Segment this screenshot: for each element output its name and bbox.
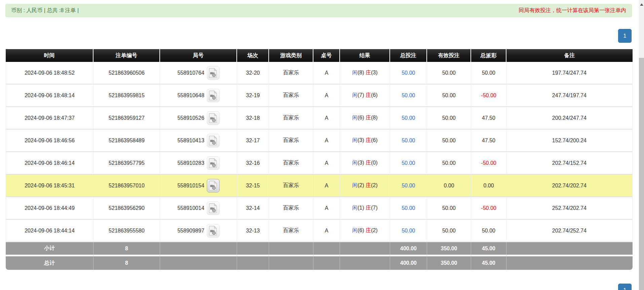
bet-id-cell: 521863957795 [93,152,160,175]
video-file-icon [209,158,217,168]
total-bet-cell: 50.00 [390,220,427,242]
result-banker-points: (2) [371,227,378,233]
table-row: 2024-09-06 18:48:14 521863959815 5589106… [6,84,633,107]
scrollbar-up-button[interactable] [639,0,644,9]
result-cell: 闲(3) 庄(0) [340,152,390,175]
result-banker-label: 庄 [366,92,371,98]
subtotal-valid-bet: 350.00 [427,242,471,255]
remark-cell: 202.74/202.74 [506,175,633,197]
remark-cell: 152.74/200.24 [506,130,633,152]
result-banker-points: (8) [371,115,378,120]
result-banker-label: 庄 [366,160,371,166]
table-no-cell: A [313,152,340,175]
round-cell: 558909897 [160,220,237,242]
column-header-remark: 备注 [506,49,633,62]
payout-cell: 50.00 [471,220,506,242]
total-bet-cell: 50.00 [390,130,427,152]
round-number: 558910764 [177,70,204,76]
table-row: 2024-09-06 18:46:14 521863957795 5589102… [6,152,633,175]
table-row: 2024-09-06 18:44:49 521863956290 5589100… [6,197,633,220]
round-number: 558910526 [177,115,204,121]
pagination-page-1-bottom[interactable]: 1 [618,284,632,290]
column-header-valid-bet: 有效投注 [427,49,471,62]
grand-total-count: 8 [93,255,160,270]
result-player-points: (8) [357,70,366,75]
round-cell: 558910648 [160,84,237,107]
top-status-bar: 币别 : 人民币 | 总共 :8 注单 | 同局有效投注，统一计算在该局第一张注… [5,4,632,17]
subtotal-payout: 45.00 [471,242,506,255]
video-replay-button[interactable] [207,156,220,170]
bet-id-cell: 521863959127 [93,107,160,130]
payout-cell: 47.50 [471,130,506,152]
video-replay-button[interactable] [207,224,220,238]
session-cell: 32-17 [237,130,269,152]
video-replay-button[interactable] [207,66,220,80]
session-cell: 32-18 [237,107,269,130]
column-header-time: 时间 [6,49,93,62]
round-number: 558910413 [177,138,204,144]
column-header-result: 结果 [340,49,390,62]
table-header-row: 时间 注单编号 局号 场次 游戏类别 桌号 结果 总投注 有效投注 总派彩 备注 [6,49,633,62]
bet-id-cell: 521863957010 [93,175,160,197]
result-banker-label: 庄 [366,70,371,75]
currency-summary-text: 币别 : 人民币 | 总共 :8 注单 | [11,7,79,14]
total-bet-link[interactable]: 50.00 [402,183,415,188]
table-row: 2024-09-06 18:46:56 521863958489 5589104… [6,130,633,152]
round-cell: 558910526 [160,107,237,130]
subtotal-count: 8 [93,242,160,255]
valid-bet-cell: 50.00 [427,62,471,84]
round-cell: 558910764 [160,62,237,84]
game-type-cell: 百家乐 [269,130,313,152]
result-player-label: 闲 [352,160,357,166]
time-cell: 2024-09-06 18:46:56 [6,130,93,152]
page-scrollbar[interactable] [639,0,644,290]
valid-bet-cell: 50.00 [427,107,471,130]
round-cell: 558910154 [160,175,237,197]
total-bet-link[interactable]: 50.00 [402,205,415,211]
total-bet-link[interactable]: 50.00 [402,115,415,121]
time-cell: 2024-09-06 18:48:14 [6,84,93,107]
column-header-session: 场次 [237,49,269,62]
video-replay-button[interactable] [207,202,220,215]
column-header-bet-id: 注单编号 [93,49,160,62]
total-bet-cell: 50.00 [390,197,427,220]
table-no-cell: A [313,84,340,107]
result-cell: 闲(6) 庄(2) [340,220,390,242]
payout-cell: 47.50 [471,107,506,130]
up-arrow-icon [640,3,643,6]
round-number: 558910283 [177,160,204,166]
result-cell: 闲(8) 庄(3) [340,62,390,84]
video-replay-button[interactable] [207,111,220,125]
total-bet-link[interactable]: 50.00 [402,160,415,166]
table-row: 2024-09-06 18:48:52 521863960506 5589107… [6,62,633,84]
total-bet-link[interactable]: 50.00 [402,138,415,143]
game-type-cell: 百家乐 [269,84,313,107]
result-banker-points: (6) [371,92,378,98]
remark-cell: 247.74/197.74 [506,84,633,107]
video-replay-button[interactable] [207,89,220,102]
time-cell: 2024-09-06 18:44:14 [6,220,93,242]
payout-cell: 50.00 [471,62,506,84]
total-bet-link[interactable]: 50.00 [402,228,415,233]
total-bet-cell: 50.00 [390,84,427,107]
total-bet-link[interactable]: 50.00 [402,93,415,98]
game-type-cell: 百家乐 [269,107,313,130]
time-cell: 2024-09-06 18:44:49 [6,197,93,220]
game-type-cell: 百家乐 [269,175,313,197]
result-banker-points: (0) [371,160,378,166]
bet-id-cell: 521863956290 [93,197,160,220]
scrollbar-thumb[interactable] [639,58,644,290]
valid-bet-cell: 50.00 [427,130,471,152]
valid-bet-cell: 0.00 [427,175,471,197]
video-file-icon [209,136,217,145]
video-replay-button[interactable] [207,179,220,192]
remark-cell: 252.74/202.74 [506,197,633,220]
result-banker-points: (3) [371,70,378,75]
pagination-page-1-top[interactable]: 1 [618,29,632,43]
total-bet-cell: 50.00 [390,107,427,130]
result-player-label: 闲 [352,70,357,75]
video-replay-button[interactable] [207,134,220,147]
valid-bet-cell: 50.00 [427,220,471,242]
settlement-notice-text: 同局有效投注，统一计算在该局第一张注单内 [519,7,626,14]
total-bet-link[interactable]: 50.00 [402,70,415,76]
